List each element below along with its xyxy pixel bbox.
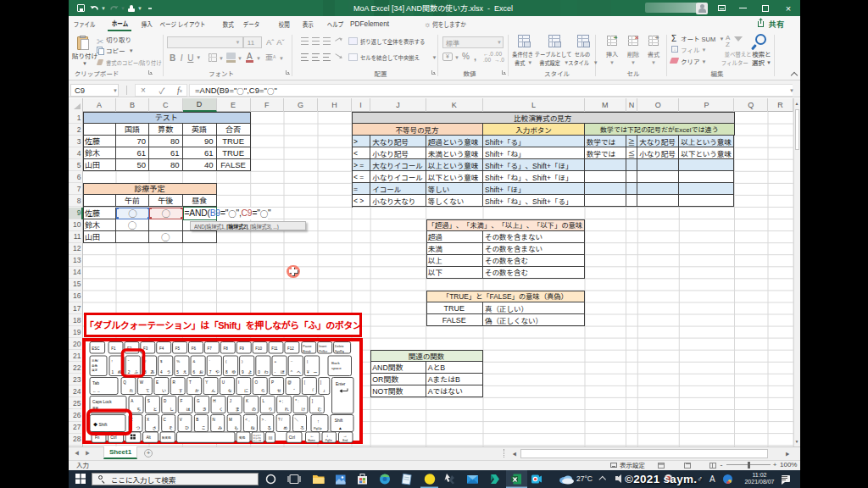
svg-text:W: W — [140, 380, 144, 385]
svg-text:わ: わ — [264, 369, 269, 374]
svg-text:↑: ↑ — [317, 418, 320, 423]
svg-text:F7: F7 — [208, 346, 213, 350]
svg-text:]: ] — [312, 399, 313, 403]
svg-text:ー: ー — [313, 369, 317, 374]
svg-text:変換: 変換 — [239, 435, 246, 439]
svg-text:B: B — [196, 418, 198, 422]
svg-text:Pause: Pause — [303, 345, 311, 348]
svg-text:F4: F4 — [159, 346, 164, 350]
svg-text:て: て — [146, 388, 150, 393]
svg-text:漢字: 漢字 — [92, 369, 97, 372]
svg-text:Enter: Enter — [336, 381, 346, 385]
svg-text:半角/: 半角/ — [92, 358, 98, 363]
svg-text:に: に — [244, 388, 248, 393]
svg-text:Shift: Shift — [335, 419, 343, 423]
svg-text:せ: せ — [277, 388, 281, 393]
svg-text:「: 「 — [310, 388, 314, 393]
svg-text:8: 8 — [225, 369, 228, 374]
svg-text:」: 」 — [323, 388, 327, 393]
svg-text:|: | — [307, 359, 308, 363]
svg-text:Back: Back — [331, 361, 341, 365]
svg-text:か: か — [195, 388, 199, 393]
svg-text:X: X — [147, 418, 149, 422]
svg-text:F10: F10 — [255, 346, 262, 350]
svg-text:¥: ¥ — [307, 369, 309, 374]
svg-text:無変換: 無変換 — [162, 435, 171, 439]
svg-text:Alt: Alt — [147, 435, 152, 440]
svg-text:G: G — [197, 399, 200, 403]
svg-text:F12: F12 — [287, 346, 294, 350]
svg-text:> .: > . — [262, 418, 266, 422]
svg-text:E: E — [156, 380, 159, 385]
svg-text:し: し — [170, 407, 174, 412]
svg-text:め: め — [283, 425, 287, 430]
svg-text:H: H — [213, 399, 215, 403]
svg-text:の: の — [252, 407, 256, 412]
svg-text:T: T — [189, 380, 192, 385]
svg-text:そ: そ — [169, 425, 173, 430]
svg-text:Break: Break — [303, 349, 311, 352]
svg-text:◆ Shift: ◆ Shift — [93, 421, 108, 426]
svg-text:も: も — [234, 425, 238, 430]
svg-text:▤: ▤ — [269, 435, 273, 440]
svg-text:全角: 全角 — [92, 363, 97, 367]
svg-text:→: → — [343, 433, 348, 438]
svg-text:よ: よ — [248, 369, 252, 374]
svg-text:つ: つ — [136, 425, 140, 430]
svg-text:ひ: ひ — [185, 425, 189, 430]
svg-text:O: O — [255, 380, 259, 385]
svg-text:SysRq: SysRq — [335, 349, 344, 352]
svg-text:F5: F5 — [175, 346, 181, 350]
svg-text:き: き — [203, 407, 207, 412]
svg-text:と: と — [153, 407, 158, 412]
svg-text:ろ: ろ — [300, 425, 304, 430]
svg-text:た: た — [129, 388, 133, 393]
svg-text:Caps Lock: Caps Lock — [92, 400, 112, 404]
svg-text:Tab: Tab — [92, 380, 99, 385]
svg-text:＼: ＼ — [294, 418, 298, 422]
svg-text:6: 6 — [193, 369, 196, 374]
svg-text:ち: ち — [136, 407, 141, 412]
svg-text:4: 4 — [160, 369, 163, 374]
svg-text:さ: さ — [153, 425, 157, 430]
svg-text:↓: ↓ — [326, 433, 329, 438]
svg-text:]: ] — [320, 380, 321, 385]
svg-text:は: は — [186, 407, 190, 412]
svg-text:ゆ: ゆ — [231, 369, 236, 374]
svg-text:む: む — [318, 407, 322, 412]
svg-text:Delete: Delete — [335, 345, 343, 348]
svg-text:り: り — [268, 407, 272, 412]
svg-text:う: う — [166, 369, 170, 374]
svg-text:け: け — [301, 407, 305, 412]
svg-text:N: N — [213, 418, 215, 422]
svg-text:F: F — [181, 399, 183, 403]
svg-text:End: End — [342, 438, 348, 441]
svg-text:M: M — [229, 418, 232, 422]
svg-text:9: 9 — [242, 369, 244, 374]
svg-text:ま: ま — [236, 407, 240, 412]
svg-text:Q: Q — [123, 380, 126, 385]
svg-text:5: 5 — [176, 369, 179, 374]
svg-text:F3: F3 — [143, 346, 148, 350]
svg-text:ESC: ESC — [92, 346, 100, 350]
svg-text:ら: ら — [260, 388, 264, 393]
svg-text:F8: F8 — [224, 346, 229, 350]
svg-text:や: や — [215, 369, 220, 374]
svg-text:F1: F1 — [111, 346, 116, 350]
svg-text:く: く — [219, 407, 223, 412]
svg-text:2: 2 — [128, 369, 131, 374]
svg-text:S: S — [147, 399, 150, 403]
svg-text:み: み — [218, 425, 222, 430]
svg-text:▲: ▲ — [338, 426, 342, 430]
svg-text:ん: ん — [211, 388, 215, 393]
svg-text:え: え — [183, 369, 187, 374]
svg-text:PrtScr: PrtScr — [319, 349, 328, 352]
svg-text:←: ← — [310, 433, 314, 438]
svg-text:L: L — [263, 399, 265, 403]
svg-text:ね: ね — [251, 425, 255, 430]
svg-text:F11: F11 — [271, 346, 278, 350]
svg-text:Fn: Fn — [95, 435, 100, 440]
svg-text:F6: F6 — [192, 346, 197, 350]
svg-text:? /: ? / — [278, 418, 283, 422]
svg-text:I: I — [238, 380, 239, 385]
